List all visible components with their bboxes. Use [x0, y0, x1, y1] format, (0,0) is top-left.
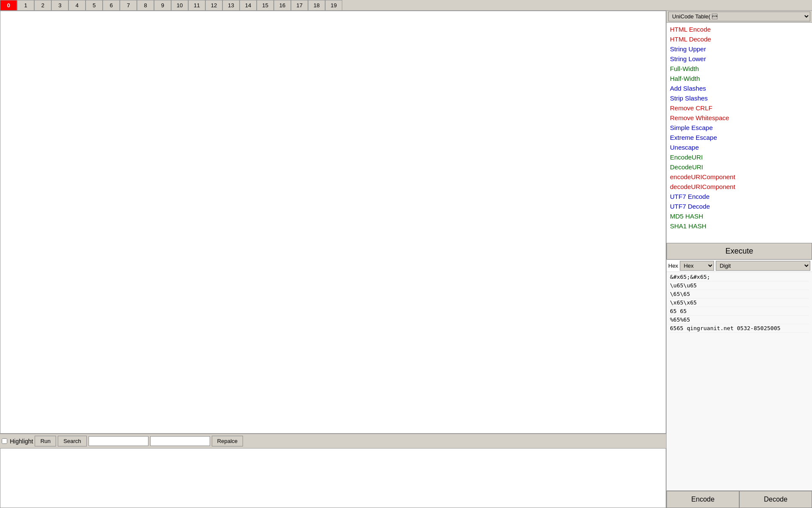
tab-18[interactable]: 18: [308, 0, 325, 10]
tab-row: 012345678910111213141516171819: [0, 0, 812, 11]
tab-10[interactable]: 10: [171, 0, 188, 10]
unicode-result-item: %65%65: [670, 316, 809, 324]
tab-8[interactable]: 8: [137, 0, 154, 10]
function-item-html-encode[interactable]: HTML Encode: [670, 24, 809, 34]
run-button[interactable]: Run: [35, 436, 56, 446]
function-item-utf7-decode[interactable]: UTF7 Decode: [670, 201, 809, 211]
encode-button[interactable]: Encode: [667, 491, 739, 508]
function-item-encodeuricomponent[interactable]: encodeURIComponent: [670, 172, 809, 182]
search-bar: Highlight Run Search Repalce: [0, 434, 666, 448]
function-item-string-lower[interactable]: String Lower: [670, 54, 809, 64]
function-item-md5-hash[interactable]: MD5 HASH: [670, 211, 809, 221]
hex-digit-row: Hex Hex Oct Dec Digit 2 4: [667, 260, 812, 272]
function-item-add-slashes[interactable]: Add Slashes: [670, 83, 809, 93]
tab-3[interactable]: 3: [51, 0, 68, 10]
tab-19[interactable]: 19: [325, 0, 342, 10]
function-item-encodeuri[interactable]: EncodeURI: [670, 152, 809, 162]
function-item-extreme-escape[interactable]: Extreme Escape: [670, 133, 809, 142]
function-item-html-decode[interactable]: HTML Decode: [670, 34, 809, 44]
search-button[interactable]: Search: [58, 436, 86, 446]
function-item-string-upper[interactable]: String Upper: [670, 44, 809, 54]
decode-button[interactable]: Decode: [739, 491, 812, 508]
tab-6[interactable]: 6: [103, 0, 120, 10]
unicode-result-item: \65\65: [670, 290, 809, 298]
function-item-remove-whitespace[interactable]: Remove Whitespace: [670, 113, 809, 123]
function-item-decodeuricomponent[interactable]: decodeURIComponent: [670, 182, 809, 192]
replace-input[interactable]: [150, 436, 210, 446]
unicode-dropdown-row: UniCode Table( : [667, 11, 812, 23]
tab-7[interactable]: 7: [120, 0, 137, 10]
highlight-checkbox[interactable]: [2, 438, 7, 444]
tab-2[interactable]: 2: [34, 0, 51, 10]
execute-button[interactable]: Execute: [667, 243, 812, 260]
function-item-simple-escape[interactable]: Simple Escape: [670, 123, 809, 133]
main-container: 012345678910111213141516171819 Highlight…: [0, 0, 812, 508]
bottom-textarea[interactable]: [0, 448, 666, 508]
search-input[interactable]: [89, 436, 148, 446]
tab-9[interactable]: 9: [154, 0, 171, 10]
content-row: Highlight Run Search Repalce UniCode Tab…: [0, 11, 812, 508]
unicode-result-item: \x65\x65: [670, 298, 809, 307]
function-item-utf7-encode[interactable]: UTF7 Encode: [670, 192, 809, 201]
tab-16[interactable]: 16: [274, 0, 291, 10]
function-item-unescape[interactable]: Unescape: [670, 142, 809, 152]
unicode-select[interactable]: UniCode Table( : [668, 12, 810, 21]
tab-12[interactable]: 12: [205, 0, 222, 10]
right-panel: UniCode Table(  HTML EncodeHTML DecodeS…: [667, 11, 812, 508]
function-item-full-width[interactable]: Full-Width: [670, 64, 809, 74]
highlight-label: Highlight: [10, 438, 33, 445]
unicode-result-item: &#x65;&#x65;: [670, 273, 809, 281]
left-panel: Highlight Run Search Repalce: [0, 11, 667, 508]
tab-15[interactable]: 15: [257, 0, 274, 10]
unicode-results: &#x65;&#x65;\u65\u65\65\65\x65\x6565 65%…: [667, 272, 812, 490]
function-item-strip-slashes[interactable]: Strip Slashes: [670, 93, 809, 103]
main-textarea[interactable]: [0, 11, 666, 434]
hex-label: Hex: [668, 263, 678, 269]
function-list: HTML EncodeHTML DecodeString UpperString…: [667, 23, 812, 243]
function-item-decodeuri[interactable]: DecodeURI: [670, 162, 809, 172]
tab-17[interactable]: 17: [291, 0, 308, 10]
function-item-sha1-hash[interactable]: SHA1 HASH: [670, 221, 809, 231]
encode-decode-row: Encode Decode: [667, 490, 812, 508]
unicode-result-item: \u65\u65: [670, 281, 809, 290]
replace-button[interactable]: Repalce: [212, 436, 243, 446]
function-item-half-width[interactable]: Half-Width: [670, 74, 809, 83]
tab-13[interactable]: 13: [222, 0, 240, 10]
tab-1[interactable]: 1: [17, 0, 34, 10]
tab-11[interactable]: 11: [188, 0, 205, 10]
tab-14[interactable]: 14: [240, 0, 257, 10]
hex-select[interactable]: Hex Oct Dec: [680, 261, 714, 271]
function-item-remove-crlf[interactable]: Remove CRLF: [670, 103, 809, 113]
digit-select[interactable]: Digit 2 4: [716, 261, 810, 271]
tab-0[interactable]: 0: [0, 0, 17, 10]
tab-4[interactable]: 4: [68, 0, 86, 10]
unicode-result-item: 65 65: [670, 307, 809, 316]
tab-5[interactable]: 5: [86, 0, 103, 10]
unicode-result-item: 6565 qingruanit.net 0532-85025005: [670, 324, 809, 333]
